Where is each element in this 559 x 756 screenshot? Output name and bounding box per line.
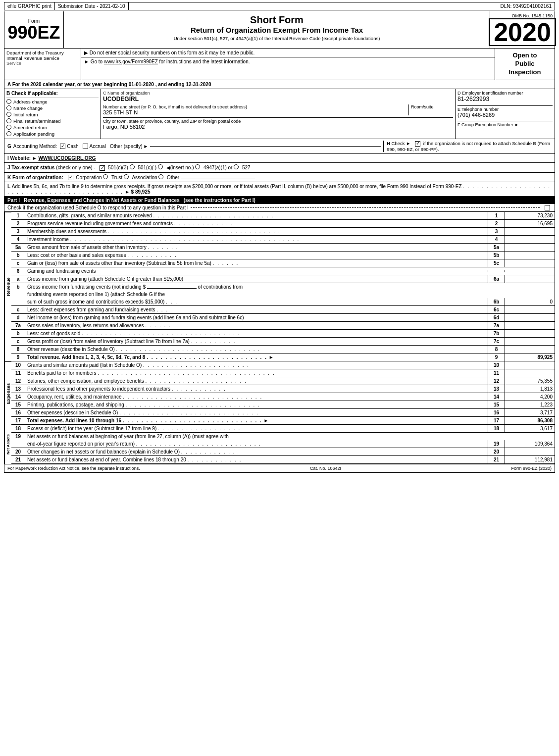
line-6b-row: b Gross income from fundraising events (… bbox=[11, 283, 555, 306]
d-col: D Employer identification number 81-2623… bbox=[456, 89, 555, 139]
corporation-checkbox[interactable] bbox=[68, 175, 73, 180]
other-org-label: Other bbox=[167, 175, 181, 180]
dept1: Department of the Treasury bbox=[6, 50, 79, 55]
line-17-num: 17 bbox=[11, 417, 25, 424]
501c3-label: 501(c)(3) bbox=[108, 165, 129, 170]
line-5b-desc: Less: cost or other basis and sales expe… bbox=[25, 252, 488, 259]
line-7a-row: 7a Gross sales of inventory, less return… bbox=[11, 322, 555, 330]
line-6b-desc1: Gross income from fundraising events (no… bbox=[25, 283, 555, 291]
form-ref: Form 990-EZ (2020) bbox=[511, 466, 552, 471]
line-5b-value bbox=[505, 254, 555, 256]
line-6-desc: Gaming and fundraising events bbox=[25, 267, 488, 275]
line-19-desc1: Net assets or fund balances at beginning… bbox=[25, 433, 555, 440]
expenses-side-label: Expenses bbox=[4, 361, 11, 425]
501c3-checkbox[interactable] bbox=[100, 165, 105, 171]
line-19-num: 19 bbox=[11, 433, 25, 440]
initial-return-label: Initial return bbox=[13, 112, 38, 117]
line-10-ref: 10 bbox=[488, 361, 505, 369]
amended-return-item: Amended return bbox=[6, 124, 99, 131]
line-7a-ref: 7a bbox=[488, 322, 505, 329]
expenses-label-col: Expenses bbox=[4, 361, 11, 425]
line-6c-num: c bbox=[11, 306, 25, 313]
line-9-desc: Total revenue. Add lines 1, 2, 3, 4, 5c,… bbox=[25, 353, 488, 361]
org-name: UCODEGIRL bbox=[103, 96, 453, 102]
line-15-value: 1,223 bbox=[505, 401, 555, 408]
initial-return-radio[interactable] bbox=[6, 112, 11, 117]
line-7c-value bbox=[505, 341, 555, 343]
application-pending-radio[interactable] bbox=[6, 131, 11, 136]
employer-id-value: 81-2623993 bbox=[457, 96, 553, 102]
tax-exempt-row: J Tax-exempt status (check only one) - 5… bbox=[4, 163, 555, 173]
other-radio[interactable] bbox=[158, 174, 163, 179]
line-7b-ref: 7b bbox=[488, 330, 505, 337]
amended-return-radio[interactable] bbox=[6, 125, 11, 130]
line-21-row: 21 Net assets or fund balances at end of… bbox=[11, 456, 555, 464]
room-label: Room/suite bbox=[411, 104, 453, 109]
h-text: if the organization is not required to a… bbox=[387, 141, 550, 152]
address-change-radio[interactable] bbox=[6, 99, 11, 104]
line-4-desc: Investment income . . . . . . . . . . . … bbox=[25, 236, 488, 243]
website-url[interactable]: WWW.UCODEGIRL.ORG bbox=[39, 155, 96, 161]
527-radio[interactable] bbox=[234, 164, 239, 169]
527-label: 527 bbox=[242, 165, 251, 170]
cash-checkbox[interactable] bbox=[60, 144, 65, 149]
accrual-checkbox[interactable] bbox=[83, 144, 88, 149]
page: efile GRAPHIC print Submission Date - 20… bbox=[0, 0, 559, 475]
4947-radio[interactable] bbox=[195, 164, 200, 169]
final-return-radio[interactable] bbox=[6, 118, 11, 123]
schedule-o-check-row: Check if the organization used Schedule … bbox=[4, 204, 555, 212]
l-row: L Add lines 5b, 6c, and 7b to line 9 to … bbox=[4, 182, 555, 197]
association-radio[interactable] bbox=[124, 174, 129, 179]
501c-radio[interactable] bbox=[130, 164, 135, 169]
service: Service bbox=[6, 61, 79, 66]
line-13-row: 13 Professional fees and other payments … bbox=[11, 385, 555, 393]
notice-link[interactable]: www.irs.gov/Form990EZ bbox=[104, 59, 158, 64]
website-arrow: ► bbox=[32, 155, 37, 161]
k-label: K Form of organization: bbox=[7, 175, 63, 180]
line-6d-row: d Net income or (loss) from gaming and f… bbox=[11, 314, 555, 322]
line-12-ref: 12 bbox=[488, 377, 505, 385]
line-3-ref: 3 bbox=[488, 228, 505, 235]
line-15-num: 15 bbox=[11, 401, 25, 408]
line-21-value: 112,981 bbox=[505, 456, 555, 463]
net-assets-section: Net Assets 18 Excess or (deficit) for th… bbox=[4, 425, 555, 464]
line-10-value bbox=[505, 364, 555, 366]
line-16-value: 3,717 bbox=[505, 409, 555, 416]
line-10-desc: Grants and similar amounts paid (list in… bbox=[25, 361, 488, 369]
return-title: Return of Organization Exempt From Incom… bbox=[66, 26, 488, 34]
line-6b-num: b bbox=[11, 283, 25, 291]
line-17-row: 17 Total expenses. Add lines 10 through … bbox=[11, 417, 555, 425]
line-7b-row: b Less: cost of goods sold . . . . . . .… bbox=[11, 330, 555, 338]
name-change-item: Name change bbox=[6, 105, 99, 111]
revenue-label-col: Revenue bbox=[4, 212, 11, 361]
net-assets-lines: 18 Excess or (deficit) for the year (Sub… bbox=[11, 425, 555, 464]
schedule-o-text: Check if the organization used Schedule … bbox=[7, 205, 189, 210]
line-11-num: 11 bbox=[11, 369, 25, 377]
city-label: City or town, state or province, country… bbox=[103, 119, 453, 124]
l-arrow: ► bbox=[125, 189, 131, 195]
line-4-ref: 4 bbox=[488, 236, 505, 243]
line-19-ref: 19 bbox=[488, 440, 505, 448]
line-7c-row: c Gross profit or (loss) from sales of i… bbox=[11, 338, 555, 346]
group-label: F Group Exemption Number ► bbox=[457, 122, 553, 127]
section-a-label: A bbox=[7, 82, 11, 87]
group-arrow: ► bbox=[514, 122, 519, 127]
line-2-value: 16,695 bbox=[505, 220, 555, 227]
line-1-desc: Contributions, gifts, grants, and simila… bbox=[25, 212, 488, 219]
line-4-num: 4 bbox=[11, 236, 25, 243]
line-17-desc: Total expenses. Add lines 10 through 16 … bbox=[25, 417, 488, 424]
line-12-value: 75,355 bbox=[505, 377, 555, 385]
line-14-desc: Occupancy, rent, utilities, and maintena… bbox=[25, 393, 488, 401]
schedule-o-checkbox[interactable] bbox=[545, 205, 550, 210]
line-6b-desc3: sum of such gross income and contributio… bbox=[25, 298, 488, 305]
line-5a-row: 5a Gross amount from sale of assets othe… bbox=[11, 244, 555, 252]
b-label: B Check if applicable: bbox=[6, 91, 99, 98]
line-6c-row: c Less: direct expenses from gaming and … bbox=[11, 306, 555, 314]
line-6c-ref: 6c bbox=[488, 306, 505, 313]
tax-label: J Tax-exempt status bbox=[7, 165, 54, 170]
trust-radio[interactable] bbox=[103, 174, 108, 179]
h-checkbox[interactable] bbox=[415, 141, 420, 147]
line-5b-num: b bbox=[11, 252, 25, 259]
insert-radio[interactable] bbox=[158, 164, 163, 169]
name-change-radio[interactable] bbox=[6, 105, 11, 110]
